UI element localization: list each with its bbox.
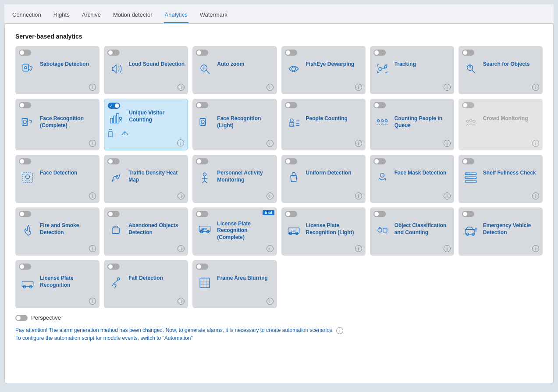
- nav-item-watermark[interactable]: Watermark: [199, 9, 228, 23]
- uniquevisitor-icon: [108, 109, 125, 126]
- svg-rect-47: [466, 174, 468, 175]
- nav-item-connection[interactable]: Connection: [11, 9, 42, 23]
- toggle-face-recognition-light[interactable]: ✕: [196, 102, 273, 108]
- svg-text:1: 1: [377, 118, 378, 121]
- toggle-face-recognition-complete[interactable]: ✕: [19, 102, 96, 108]
- card-top-lpr-basic: License Plate Recognition: [19, 274, 96, 292]
- toggle-crowd-monitoring[interactable]: ✕: [462, 102, 539, 108]
- toggle-emergency-vehicle[interactable]: ✕: [462, 211, 539, 217]
- card-crowd-monitoring: ✕Crowd Monitoringi: [458, 99, 543, 150]
- toggle-autozoom[interactable]: ✕: [196, 50, 273, 56]
- info-icon-lpr-light[interactable]: i: [355, 245, 362, 252]
- info-icon-emergency-vehicle[interactable]: i: [532, 245, 539, 252]
- info-icon-lpr-complete[interactable]: i: [267, 245, 274, 252]
- svg-rect-18: [109, 132, 112, 137]
- card-bottom-face-recognition-complete: i: [19, 140, 96, 147]
- info-icon-traffic-density[interactable]: i: [178, 192, 185, 200]
- notice-info-icon[interactable]: i: [336, 327, 343, 334]
- info-icon-uniform-detection[interactable]: i: [355, 192, 362, 200]
- info-icon-face-mask[interactable]: i: [444, 192, 451, 200]
- card-label-counting-queue: Counting People in Queue: [395, 115, 451, 129]
- nav-item-analytics[interactable]: Analytics: [164, 9, 188, 23]
- notice-line2: To configure the automation script for m…: [15, 334, 334, 342]
- info-icon-crowd-monitoring[interactable]: i: [532, 140, 539, 147]
- nav-item-motion-detector[interactable]: Motion detector: [112, 9, 153, 23]
- card-top-face-detection: Face Detection: [19, 169, 96, 186]
- info-icon-fall-detection[interactable]: i: [178, 298, 185, 305]
- info-icon-search-objects[interactable]: i: [532, 84, 539, 91]
- info-icon-face-recognition-light[interactable]: i: [267, 140, 274, 147]
- nav-item-rights[interactable]: Rights: [53, 9, 71, 23]
- lprbasic-icon: [19, 274, 36, 292]
- card-row-0: ✕Sabotage Detectioni✕Loud Sound Detectio…: [15, 46, 543, 94]
- toggle-traffic-density[interactable]: ✕: [107, 158, 185, 164]
- toggle-face-mask[interactable]: ✕: [373, 158, 451, 164]
- info-icon-face-recognition-complete[interactable]: i: [89, 140, 96, 147]
- toggle-counting-queue[interactable]: ✕: [373, 102, 451, 108]
- card-bottom-frame-area-blurring: i: [196, 298, 273, 305]
- card-traffic-density: ✕Traffic Density Heat Mapi: [104, 155, 188, 203]
- info-icon-counting-queue[interactable]: i: [444, 140, 451, 147]
- card-label-face-detection: Face Detection: [40, 170, 96, 177]
- toggle-tracking[interactable]: ✕: [373, 50, 451, 56]
- toggle-personnel-activity[interactable]: ✕: [196, 158, 273, 164]
- info-icon-fisheye[interactable]: i: [355, 84, 362, 91]
- perspective-toggle[interactable]: [15, 315, 28, 321]
- card-bottom-fall-detection: i: [107, 298, 185, 305]
- toggle-lpr-complete[interactable]: ✕: [196, 211, 273, 217]
- toggle-unique-visitor[interactable]: ✓: [108, 103, 184, 109]
- card-bottom-autozoom: i: [196, 84, 273, 91]
- toggle-abandoned-objects[interactable]: ✕: [107, 211, 185, 217]
- info-icon-lpr-basic[interactable]: i: [89, 298, 96, 305]
- info-icon-autozoom[interactable]: i: [267, 84, 274, 91]
- toggle-fire-smoke[interactable]: ✕: [19, 211, 96, 217]
- card-label-fall-detection: Fall Detection: [128, 275, 185, 282]
- toggle-fisheye[interactable]: ✕: [285, 50, 362, 56]
- card-personnel-activity: ✕Personnel Activity Monitoringi: [192, 155, 277, 203]
- info-icon-tracking[interactable]: i: [444, 84, 451, 91]
- info-icon-unique-visitor[interactable]: i: [177, 139, 184, 146]
- svg-rect-14: [110, 118, 113, 123]
- card-top-traffic-density: Traffic Density Heat Map: [107, 169, 185, 186]
- toggle-face-detection[interactable]: ✕: [19, 158, 96, 164]
- card-label-lpr-light: License Plate Recognition (Light): [306, 222, 362, 236]
- nav-item-archive[interactable]: Archive: [81, 9, 102, 23]
- card-bottom-lpr-basic: i: [19, 298, 96, 305]
- card-counting-queue: ✕123Counting People in Queuei: [370, 99, 454, 150]
- svg-point-31: [473, 120, 475, 122]
- toggle-shelf-fullness[interactable]: ✕: [462, 158, 539, 164]
- info-icon-people-counting[interactable]: i: [355, 140, 362, 147]
- toggle-uniform-detection[interactable]: ✕: [285, 158, 362, 164]
- toggle-loud-sound[interactable]: ✕: [107, 50, 185, 56]
- toggle-lpr-light[interactable]: ✕: [285, 211, 362, 217]
- info-icon-abandoned-objects[interactable]: i: [178, 245, 185, 252]
- toggle-people-counting[interactable]: ✕: [285, 102, 362, 108]
- toggle-search-objects[interactable]: ✕: [462, 50, 539, 56]
- card-top-unique-visitor: Unique Visitor Counting: [108, 109, 184, 126]
- card-top-object-classification: Object Classification and Counting: [373, 221, 451, 239]
- info-icon-frame-area-blurring[interactable]: i: [267, 298, 274, 305]
- info-icon-fire-smoke[interactable]: i: [89, 245, 96, 252]
- info-icon-sabotage[interactable]: i: [89, 84, 96, 91]
- toggle-object-classification[interactable]: ✕: [373, 211, 451, 217]
- card-frame-area-blurring: ✕Frame Area Blurringi: [192, 260, 277, 308]
- info-icon-object-classification[interactable]: i: [444, 245, 451, 252]
- info-icon-loud-sound[interactable]: i: [178, 84, 185, 91]
- card-shelf-fullness: ✕Shelf Fullness Checki: [458, 155, 543, 203]
- nav-bar: ConnectionRightsArchiveMotion detectorAn…: [4, 4, 554, 24]
- info-icon-shelf-fullness[interactable]: i: [532, 192, 539, 200]
- card-bottom-search-objects: i: [462, 84, 539, 91]
- toggle-lpr-basic[interactable]: ✕: [19, 264, 96, 270]
- notice-line1: Pay attention! The alarm generation meth…: [15, 326, 334, 334]
- card-sabotage: ✕Sabotage Detectioni: [15, 46, 100, 94]
- peoplecounting-icon: [285, 114, 302, 132]
- info-icon-face-detection[interactable]: i: [89, 192, 96, 200]
- card-top-shelf-fullness: Shelf Fullness Check: [462, 169, 539, 186]
- card-face-recognition-complete: ✕Face Recognition (Complete)i: [15, 99, 100, 150]
- toggle-sabotage[interactable]: ✕: [19, 50, 96, 56]
- card-bottom-crowd-monitoring: i: [462, 140, 539, 147]
- firesmoke-icon: [19, 221, 36, 239]
- toggle-fall-detection[interactable]: ✕: [107, 264, 185, 270]
- toggle-frame-area-blurring[interactable]: ✕: [196, 264, 273, 270]
- info-icon-personnel-activity[interactable]: i: [267, 192, 274, 200]
